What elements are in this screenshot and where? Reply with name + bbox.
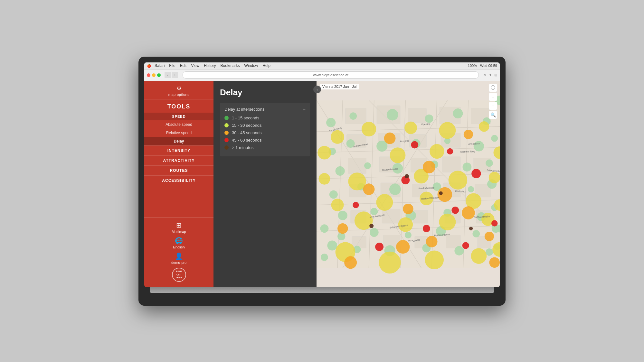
multimap-icon: ⊞ — [176, 221, 182, 229]
svg-point-93 — [439, 122, 456, 139]
macos-menubar: 🍎 Safari File Edit View History Bookmark… — [144, 62, 500, 70]
multimap-label: Multimap — [172, 230, 186, 234]
zoom-in-button[interactable]: + — [489, 93, 497, 101]
legend-section: Delay at intersections + 1 - 15 seconds … — [220, 103, 310, 156]
speed-section: SPEED Absolute speed Relative speed Dela… — [144, 113, 213, 145]
macos-right-info: 100% Wed 09:59 — [468, 64, 497, 68]
menu-bookmarks[interactable]: Bookmarks — [221, 63, 240, 68]
svg-point-112 — [425, 250, 444, 269]
svg-point-97 — [430, 144, 444, 159]
laptop-base — [150, 287, 494, 293]
globe-icon: 🌐 — [175, 237, 183, 245]
svg-rect-26 — [442, 156, 460, 172]
svg-point-49 — [491, 135, 498, 142]
tools-label: TOOLS — [167, 99, 191, 113]
menu-history[interactable]: History — [204, 63, 216, 68]
legend-label-1-15: 1 - 15 seconds — [232, 116, 259, 120]
menu-help[interactable]: Help — [262, 63, 270, 68]
svg-point-137 — [353, 202, 359, 208]
svg-point-47 — [453, 108, 463, 118]
forward-button[interactable]: › — [172, 72, 178, 78]
panel-title: Delay — [220, 88, 310, 97]
nav-section: INTENSITY ATTRACTIVITY ROUTES ACCESSIBIL… — [144, 145, 213, 185]
svg-point-144 — [369, 224, 374, 228]
user-icon: 👤 — [175, 252, 183, 260]
absolute-speed-item[interactable]: Absolute speed — [144, 120, 213, 129]
sidebar-item-routes[interactable]: ROUTES — [144, 165, 213, 175]
legend-panel: ‹ Delay Delay at intersections + 1 - 15 … — [213, 81, 317, 287]
legend-dot-dark — [224, 145, 229, 150]
multimap-button[interactable]: ⊞ Multimap — [172, 221, 186, 234]
svg-point-63 — [468, 186, 474, 192]
back-button[interactable]: ‹ — [165, 72, 171, 78]
maximize-button[interactable] — [157, 73, 161, 77]
nav-arrows: ‹ › — [165, 72, 178, 78]
apple-menu[interactable]: 🍎 — [147, 64, 151, 68]
menu-edit[interactable]: Edit — [180, 63, 187, 68]
legend-item-over-1min: > 1 minutes — [224, 145, 306, 150]
svg-point-145 — [469, 227, 473, 230]
legend-title: Delay at intersections — [224, 107, 264, 112]
legend-add-button[interactable]: + — [303, 107, 306, 112]
relative-speed-item[interactable]: Relative speed — [144, 129, 213, 137]
map-search-button[interactable]: 🔍 — [489, 111, 497, 119]
svg-point-126 — [337, 223, 348, 234]
svg-point-56 — [336, 166, 345, 175]
close-button[interactable] — [147, 73, 150, 77]
user-button[interactable]: 👤 demo-pro — [171, 252, 186, 265]
legend-item-15-30: 15 - 30 seconds — [224, 123, 306, 128]
menu-window[interactable]: Window — [244, 63, 258, 68]
svg-text:Operring: Operring — [421, 122, 431, 125]
svg-point-67 — [329, 190, 338, 199]
panel-toggle-button[interactable]: ‹ — [313, 86, 321, 93]
svg-point-138 — [423, 225, 430, 232]
legend-label-30-45: 30 - 45 seconds — [232, 130, 262, 135]
share-icon[interactable]: ⬆ — [489, 73, 492, 77]
svg-point-92 — [404, 121, 417, 134]
svg-point-108 — [439, 213, 456, 230]
svg-point-135 — [471, 169, 481, 178]
url-text: www.bicyclescience.at — [313, 73, 348, 77]
svg-point-84 — [454, 246, 464, 255]
menu-file[interactable]: File — [169, 63, 175, 68]
svg-point-80 — [327, 240, 337, 250]
legend-dot-green — [224, 116, 229, 120]
legend-item-45-60: 45 - 60 seconds — [224, 138, 306, 143]
svg-rect-23 — [348, 158, 366, 173]
svg-point-129 — [396, 240, 410, 253]
svg-point-65 — [389, 183, 401, 195]
sidebar-item-attractivity[interactable]: ATTRACTIVITY — [144, 155, 213, 165]
sidebar-item-intensity[interactable]: INTENSITY — [144, 145, 213, 155]
tabs-icon[interactable]: ⊞ — [494, 73, 497, 77]
language-button[interactable]: 🌐 English — [173, 237, 185, 249]
clock: Wed 09:59 — [480, 64, 497, 68]
map-visualization: Operring Kärntner Ring Elisabethstraße F… — [317, 81, 500, 287]
svg-point-101 — [489, 172, 500, 183]
map-area[interactable]: Vienna 2017 Jan - Jul ⓘ + − 🔍 — [317, 81, 500, 287]
minimize-button[interactable] — [152, 73, 156, 77]
svg-point-85 — [486, 248, 493, 255]
reload-icon[interactable]: ↻ — [483, 73, 486, 77]
map-info-button[interactable]: ⓘ — [489, 84, 497, 92]
delay-item[interactable]: Delay — [144, 137, 213, 145]
sidebar-item-accessibility[interactable]: ACCESSIBILITY — [144, 175, 213, 185]
svg-point-105 — [331, 199, 344, 211]
svg-point-88 — [320, 224, 328, 233]
svg-rect-16 — [408, 108, 427, 123]
legend-dot-orange — [224, 131, 229, 135]
app-container: ⚙ map options TOOLS SPEED Absolute speed… — [144, 81, 500, 287]
svg-point-102 — [376, 194, 393, 210]
language-label: English — [173, 245, 185, 249]
svg-point-116 — [317, 146, 331, 159]
zoom-out-button[interactable]: − — [489, 102, 497, 110]
menu-view[interactable]: View — [191, 63, 199, 68]
svg-point-119 — [384, 132, 396, 144]
sidebar-bottom: ⊞ Multimap 🌐 English 👤 demo-pro BIKECITI… — [144, 217, 213, 287]
legend-header: Delay at intersections + — [224, 107, 306, 112]
menu-safari[interactable]: Safari — [155, 63, 165, 68]
svg-point-68 — [338, 210, 347, 220]
svg-point-111 — [379, 251, 401, 273]
address-bar[interactable]: www.bicyclescience.at — [183, 71, 479, 79]
svg-point-139 — [491, 220, 498, 227]
svg-point-94 — [479, 121, 489, 132]
